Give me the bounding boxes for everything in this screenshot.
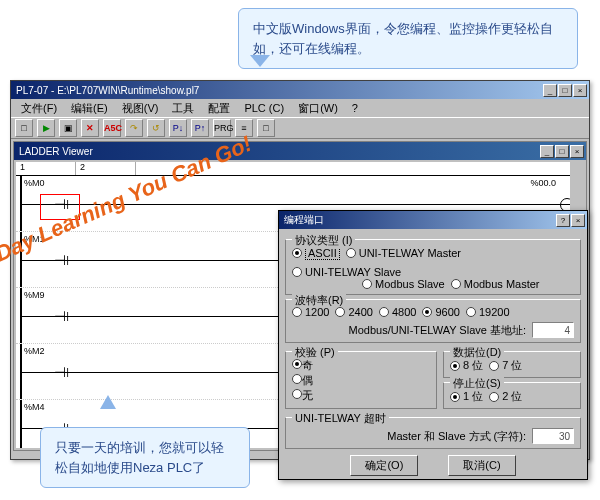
group-protocol: 协议类型 (I) ASCII UNI-TELWAY Master UNI-TEL… — [285, 239, 581, 295]
label-databits: 数据位(D) — [450, 345, 504, 360]
contact-icon: ⊣⊢ — [54, 308, 78, 324]
radio-unitelway-master[interactable]: UNI-TELWAY Master — [346, 247, 461, 259]
ladder-title: LADDER Viewer — [16, 146, 540, 157]
radio-2400[interactable]: 2400 — [335, 306, 372, 318]
radio-parity-none[interactable]: 无 — [292, 389, 313, 401]
radio-parity-odd[interactable]: 奇 — [292, 359, 313, 371]
ladder-titlebar: LADDER Viewer _ □ × — [14, 142, 586, 160]
radio-1stop[interactable]: 1 位 — [450, 389, 483, 404]
menu-config[interactable]: 配置 — [202, 99, 236, 118]
ladder-minimize[interactable]: _ — [540, 145, 554, 158]
menu-tools[interactable]: 工具 — [166, 99, 200, 118]
group-baud: 波特率(R) 1200 2400 4800 9600 19200 Modbus/… — [285, 299, 581, 343]
tb-asc[interactable]: A5C — [103, 119, 121, 137]
radio-2stop[interactable]: 2 位 — [489, 389, 522, 404]
label-base-addr: Modbus/UNI-TELWAY Slave 基地址: — [349, 323, 526, 338]
radio-parity-even[interactable]: 偶 — [292, 374, 313, 386]
contact-label: %M0 — [24, 178, 45, 188]
menu-edit[interactable]: 编辑(E) — [65, 99, 114, 118]
ladder-maximize[interactable]: □ — [555, 145, 569, 158]
tb-block[interactable]: □ — [257, 119, 275, 137]
radio-4800[interactable]: 4800 — [379, 306, 416, 318]
dialog-titlebar: 编程端口 ? × — [279, 211, 587, 229]
col-1: 1 — [16, 162, 76, 175]
menu-window[interactable]: 窗口(W) — [292, 99, 344, 118]
callout-pointer-bottom — [100, 395, 116, 409]
dialog-close-button[interactable]: × — [571, 214, 585, 227]
radio-unitelway-slave[interactable]: UNI-TELWAY Slave — [292, 266, 401, 278]
radio-7bit[interactable]: 7 位 — [489, 358, 522, 373]
coil-label: %00.0 — [530, 178, 556, 188]
callout-training: 只要一天的培训，您就可以轻松自如地使用Neza PLC了 — [40, 427, 250, 488]
ladder-close[interactable]: × — [570, 145, 584, 158]
group-stopbits: 停止位(S) 1 位 2 位 — [443, 382, 581, 409]
contact-label: %M1 — [24, 234, 45, 244]
minimize-button[interactable]: _ — [543, 84, 557, 97]
callout-pointer — [250, 55, 270, 67]
dialog-title: 编程端口 — [281, 213, 556, 227]
tb-download[interactable]: P↓ — [169, 119, 187, 137]
comm-dialog: 编程端口 ? × 协议类型 (I) ASCII UNI-TELWAY Maste… — [278, 210, 588, 480]
main-title: PL7-07 - E:\PL707WIN\Runtime\show.pl7 — [13, 85, 543, 96]
contact-icon: ⊣⊢ — [54, 364, 78, 380]
label-timeout-sub: Master 和 Slave 方式 (字符): — [387, 429, 526, 444]
tb-undo[interactable]: ↷ — [125, 119, 143, 137]
radio-9600[interactable]: 9600 — [422, 306, 459, 318]
cancel-button[interactable]: 取消(C) — [448, 455, 515, 476]
tb-prg[interactable]: PRG — [213, 119, 231, 137]
menu-view[interactable]: 视图(V) — [116, 99, 165, 118]
label-protocol: 协议类型 (I) — [292, 233, 355, 248]
group-parity: 校验 (P) 奇 偶 无 — [285, 351, 437, 409]
ok-button[interactable]: 确定(O) — [350, 455, 418, 476]
menu-plc[interactable]: PLC (C) — [238, 100, 290, 116]
main-titlebar: PL7-07 - E:\PL707WIN\Runtime\show.pl7 _ … — [11, 81, 589, 99]
menu-help[interactable]: ? — [346, 100, 364, 116]
label-parity: 校验 (P) — [292, 345, 338, 360]
contact-icon: ⊣⊢ — [54, 252, 78, 268]
tb-run[interactable]: ▶ — [37, 119, 55, 137]
label-stopbits: 停止位(S) — [450, 376, 504, 391]
tb-new[interactable]: □ — [15, 119, 33, 137]
tb-list[interactable]: ≡ — [235, 119, 253, 137]
radio-19200[interactable]: 19200 — [466, 306, 510, 318]
radio-ascii[interactable]: ASCII — [292, 246, 340, 260]
callout-chinese-ui: 中文版Windows界面，令您编程、监控操作更轻松自如，还可在线编程。 — [238, 8, 578, 69]
label-baud: 波特率(R) — [292, 293, 346, 308]
menu-file[interactable]: 文件(F) — [15, 99, 63, 118]
radio-8bit[interactable]: 8 位 — [450, 358, 483, 373]
selection-box — [40, 194, 80, 220]
contact-label: %M2 — [24, 346, 45, 356]
dialog-help-button[interactable]: ? — [556, 214, 570, 227]
ladder-header: 1 2 — [16, 162, 584, 176]
contact-label: %M4 — [24, 402, 45, 412]
maximize-button[interactable]: □ — [558, 84, 572, 97]
contact-label: %M9 — [24, 290, 45, 300]
menubar: 文件(F) 编辑(E) 视图(V) 工具 配置 PLC (C) 窗口(W) ? — [11, 99, 589, 117]
label-timeout: UNI-TELWAY 超时 — [292, 411, 389, 426]
group-timeout: UNI-TELWAY 超时 Master 和 Slave 方式 (字符): — [285, 417, 581, 449]
radio-modbus-slave[interactable]: Modbus Slave — [362, 278, 445, 290]
close-button[interactable]: × — [573, 84, 587, 97]
input-timeout[interactable] — [532, 428, 574, 444]
input-base-addr[interactable] — [532, 322, 574, 338]
tb-upload[interactable]: P↑ — [191, 119, 209, 137]
col-2: 2 — [76, 162, 136, 175]
radio-modbus-master[interactable]: Modbus Master — [451, 278, 540, 290]
toolbar: □ ▶ ▣ ✕ A5C ↷ ↺ P↓ P↑ PRG ≡ □ — [11, 117, 589, 139]
tb-delete[interactable]: ✕ — [81, 119, 99, 137]
group-databits: 数据位(D) 8 位 7 位 — [443, 351, 581, 378]
tb-stop[interactable]: ▣ — [59, 119, 77, 137]
tb-redo[interactable]: ↺ — [147, 119, 165, 137]
